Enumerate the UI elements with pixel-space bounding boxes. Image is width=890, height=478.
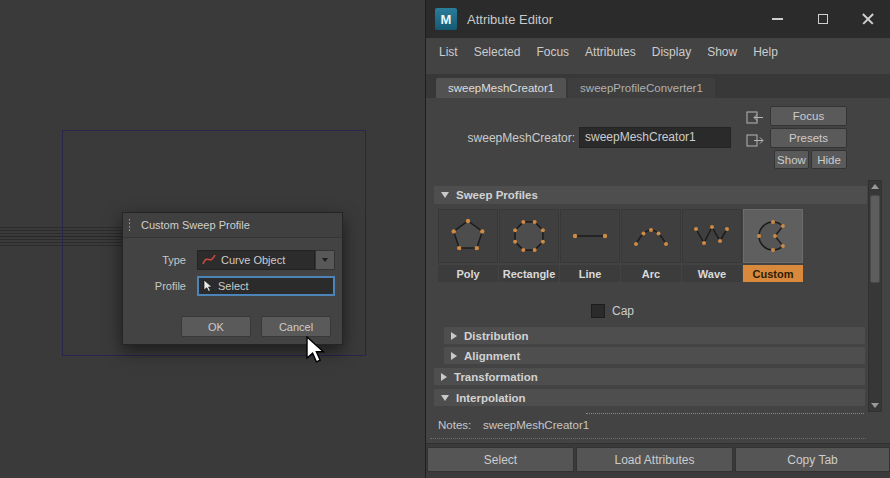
section-sweep-profiles[interactable]: Sweep Profiles [434,186,867,204]
mouse-cursor [306,336,328,366]
section-title: Interpolation [456,392,526,404]
focus-button[interactable]: Focus [770,106,847,126]
grip-dots-icon [128,218,132,232]
pentagon-icon [446,214,490,258]
profile-label: Arc [621,265,681,282]
profile-value: Select [218,280,249,292]
type-dropdown-arrow-button[interactable] [315,250,335,270]
menu-show[interactable]: Show [699,45,745,59]
scroll-up-arrow-icon[interactable] [871,184,879,189]
minimize-icon [772,18,783,20]
menu-focus[interactable]: Focus [528,45,577,59]
window-titlebar[interactable]: M Attribute Editor [426,0,890,38]
copy-tab-button[interactable]: Copy Tab [735,447,890,472]
cap-label: Cap [612,304,634,318]
profile-label: Poly [438,265,498,282]
collapsed-triangle-icon [441,373,447,381]
node-type-label: sweepMeshCreator: [426,131,575,145]
profile-label: Rectangle [499,265,559,282]
maximize-button[interactable] [800,0,845,38]
custom-profile-icon [751,214,795,258]
menu-selected[interactable]: Selected [466,45,529,59]
type-dropdown[interactable]: Curve Object [197,250,315,270]
menu-display[interactable]: Display [644,45,699,59]
maya-logo-icon: M [435,8,457,30]
section-title: Alignment [464,350,520,362]
divider [430,438,866,439]
close-button[interactable] [845,0,890,38]
cap-checkbox[interactable] [591,304,605,318]
hide-button[interactable]: Hide [811,150,847,169]
type-value: Curve Object [221,254,285,266]
presets-button[interactable]: Presets [770,128,847,148]
profile-custom[interactable]: Custom [743,209,803,282]
notes-value[interactable]: sweepMeshCreator1 [483,419,589,431]
screen: Custom Sweep Profile Type Curve Object P… [0,0,890,478]
attribute-editor-window: M Attribute Editor List Selected Focus A… [425,0,890,478]
collapsed-triangle-icon [451,352,457,360]
profile-label: Wave [682,265,742,282]
node-name-input[interactable]: sweepMeshCreator1 [579,127,731,148]
type-label: Type [128,254,186,266]
minimize-button[interactable] [755,0,800,38]
cancel-button[interactable]: Cancel [261,316,331,337]
menu-attributes[interactable]: Attributes [577,45,644,59]
profile-line[interactable]: Line [560,209,620,282]
section-transformation[interactable]: Transformation [434,368,865,385]
menubar: List Selected Focus Attributes Display S… [426,38,890,65]
profile-label: Custom [743,265,803,282]
expanded-triangle-icon [441,192,449,198]
show-button[interactable]: Show [774,150,809,169]
load-attributes-button[interactable]: Load Attributes [576,447,733,472]
output-connection-icon[interactable] [746,133,764,148]
section-alignment[interactable]: Alignment [444,347,865,364]
line-profile-icon [568,214,612,258]
arc-profile-icon [629,214,673,258]
collapsed-triangle-icon [451,332,457,340]
profile-rectangle[interactable]: Rectangle [499,209,559,282]
custom-sweep-profile-dialog: Custom Sweep Profile Type Curve Object P… [122,212,343,345]
tab-strip: sweepMeshCreator1 sweepProfileConverter1 [426,74,890,98]
tab-sweepprofileconverter1[interactable]: sweepProfileConverter1 [568,78,715,98]
curve-object-icon [202,253,216,267]
maximize-icon [818,14,828,24]
notes-resize-handle[interactable] [586,413,864,414]
input-connection-icon[interactable] [746,110,764,125]
close-icon [862,13,874,25]
notes-label: Notes: [438,419,471,431]
scrollbar-thumb[interactable] [870,195,880,283]
chevron-down-icon [322,258,328,262]
menu-list[interactable]: List [431,45,466,59]
wave-profile-icon [690,214,734,258]
section-title: Transformation [454,371,538,383]
tab-sweepmeshcreator1[interactable]: sweepMeshCreator1 [436,78,566,98]
vertical-scrollbar[interactable] [868,180,882,412]
profile-poly[interactable]: Poly [438,209,498,282]
menu-help[interactable]: Help [745,45,786,59]
profile-label: Profile [128,280,186,292]
select-button[interactable]: Select [427,447,574,472]
pick-cursor-icon [203,279,213,293]
expanded-triangle-icon [441,395,449,401]
section-distribution[interactable]: Distribution [444,327,865,344]
dialog-title: Custom Sweep Profile [141,219,250,231]
footer-bar: Select Load Attributes Copy Tab [426,443,890,478]
section-title: Distribution [464,330,529,342]
rectangle-profile-icon [507,214,551,258]
profile-label: Line [560,265,620,282]
profile-select-field[interactable]: Select [197,276,335,296]
scroll-down-arrow-icon[interactable] [871,403,879,408]
section-interpolation[interactable]: Interpolation [434,389,865,406]
profile-arc[interactable]: Arc [621,209,681,282]
ok-button[interactable]: OK [181,316,251,337]
profile-wave[interactable]: Wave [682,209,742,282]
dialog-titlebar[interactable]: Custom Sweep Profile [123,213,342,238]
section-title: Sweep Profiles [456,189,538,201]
window-title: Attribute Editor [467,12,553,27]
